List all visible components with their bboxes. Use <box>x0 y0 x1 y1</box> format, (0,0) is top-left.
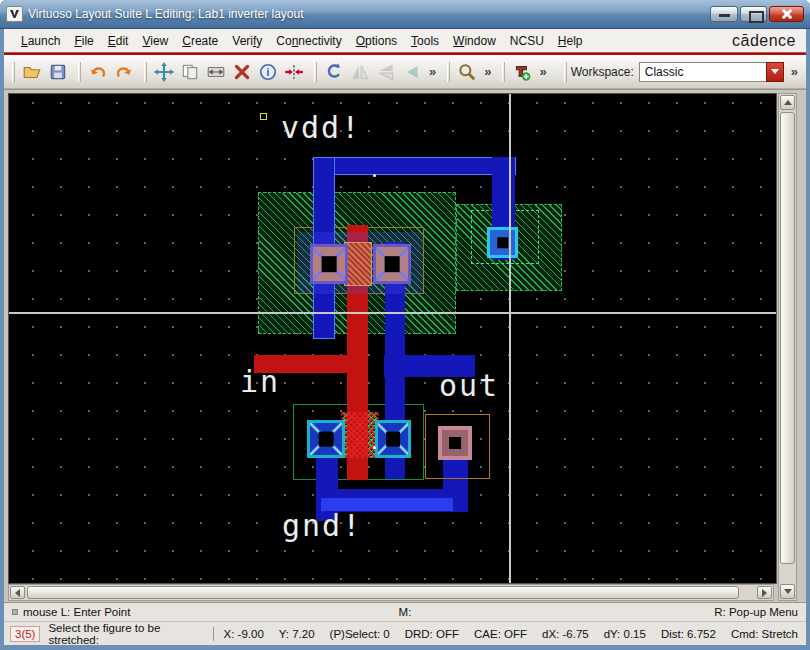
toolbar-overflow-chevron[interactable]: » <box>535 64 550 79</box>
mouse-left-hint: mouse L: Enter Point <box>23 606 130 618</box>
stretch-button[interactable] <box>203 59 229 85</box>
toolbar-overflow-chevron[interactable]: » <box>480 64 495 79</box>
menu-bar: LaunchFileEditViewCreateVerifyConnectivi… <box>4 29 806 52</box>
layout-shape-crosshair <box>9 312 777 314</box>
menu-item-connectivity[interactable]: Connectivity <box>269 31 348 51</box>
toolbar-group-undo <box>74 58 140 86</box>
menu-item-options[interactable]: Options <box>349 31 404 51</box>
back-button[interactable] <box>399 59 425 85</box>
layout-canvas[interactable]: vdd!inoutgnd! <box>8 93 777 584</box>
workspace-dropdown[interactable]: Classic <box>639 62 767 82</box>
layout-shape-metal1[interactable] <box>313 157 516 175</box>
rotate-button[interactable] <box>321 59 347 85</box>
mouse-right-hint: R: Pop-up Menu <box>714 606 798 618</box>
layout-shape-contact-p[interactable] <box>373 244 411 284</box>
stretch-icon <box>206 62 226 82</box>
split-button[interactable] <box>281 59 307 85</box>
layout-shape-poly-gate-n[interactable] <box>341 412 379 458</box>
toolbar-group-edit: i <box>140 58 310 86</box>
flip-vertical-button[interactable] <box>373 59 399 85</box>
maximize-button[interactable] <box>740 6 767 22</box>
back-arrow-icon <box>402 62 422 82</box>
status-field-dist: Dist: 6.752 <box>661 628 716 640</box>
down-arrow-icon <box>784 589 792 598</box>
menu-item-view[interactable]: View <box>135 31 175 51</box>
layout-shape-contact-p[interactable] <box>310 244 348 284</box>
create-via-button[interactable] <box>509 59 535 85</box>
zoom-button[interactable] <box>454 59 480 85</box>
layout-shape-crosshair <box>509 94 511 584</box>
toolbar-grip[interactable] <box>564 62 567 82</box>
redo-button[interactable] <box>111 59 137 85</box>
status-field-drd: DRD: OFF <box>405 628 459 640</box>
menu-item-file[interactable]: File <box>67 31 100 51</box>
flip-horizontal-button[interactable] <box>347 59 373 85</box>
net-label-vdd[interactable]: vdd! <box>281 110 361 145</box>
copy-button[interactable] <box>177 59 203 85</box>
horizontal-scroll-thumb[interactable] <box>27 586 739 599</box>
layout-shape-contact-n[interactable] <box>307 420 345 458</box>
layout-shape-contact-ptap[interactable] <box>438 426 472 460</box>
toolbar: i » » » Workspace: Classic <box>4 55 806 89</box>
toolbar-group-transform: » <box>310 58 443 86</box>
layout-shape-contact-n[interactable] <box>375 420 411 458</box>
menu-item-tools[interactable]: Tools <box>404 31 446 51</box>
layout-shape-contact-tap[interactable] <box>487 227 518 258</box>
status-grip <box>12 609 18 615</box>
scroll-up-button[interactable] <box>780 95 795 110</box>
menu-item-create[interactable]: Create <box>175 31 225 51</box>
toolbar-grip[interactable] <box>447 62 450 82</box>
scroll-down-button[interactable] <box>780 584 795 599</box>
scroll-right-button[interactable] <box>757 586 772 599</box>
menu-item-verify[interactable]: Verify <box>225 31 269 51</box>
zoom-icon <box>457 62 477 82</box>
vertical-scrollbar[interactable] <box>778 93 797 601</box>
undo-button[interactable] <box>85 59 111 85</box>
menu-item-launch[interactable]: Launch <box>14 31 67 51</box>
svg-text:i: i <box>267 66 270 77</box>
work-area: vdd!inoutgnd! <box>4 89 806 602</box>
menu-item-help[interactable]: Help <box>551 31 590 51</box>
virtuoso-app-icon <box>6 6 23 22</box>
save-button[interactable] <box>45 59 71 85</box>
toolbar-overflow-chevron[interactable]: » <box>787 64 802 79</box>
menu-item-edit[interactable]: Edit <box>101 31 136 51</box>
open-button[interactable] <box>19 59 45 85</box>
toolbar-group-zoom: » <box>443 58 498 86</box>
dropdown-arrow-icon[interactable] <box>766 62 784 82</box>
status-field-y: Y: 7.20 <box>279 628 315 640</box>
toolbar-grip[interactable] <box>502 62 505 82</box>
net-label-gnd[interactable]: gnd! <box>282 508 362 543</box>
toolbar-grip[interactable] <box>144 62 147 82</box>
net-label-out[interactable]: out <box>439 368 499 403</box>
delete-icon <box>232 62 252 82</box>
horizontal-scrollbar[interactable] <box>8 584 774 601</box>
create-via-icon <box>512 62 532 82</box>
flip-vertical-icon <box>376 62 396 82</box>
move-button[interactable] <box>151 59 177 85</box>
workspace-label: Workspace: <box>571 65 634 79</box>
title-bar[interactable]: Virtuoso Layout Suite L Editing: Lab1 in… <box>0 0 810 29</box>
close-button[interactable] <box>769 6 804 22</box>
minimize-button[interactable] <box>710 6 738 22</box>
properties-button[interactable]: i <box>255 59 281 85</box>
toolbar-overflow-chevron[interactable]: » <box>425 64 440 79</box>
vertical-scroll-thumb[interactable] <box>780 112 795 564</box>
toolbar-grip[interactable] <box>78 62 81 82</box>
copy-icon <box>180 62 200 82</box>
layout-shape-marker-yellow[interactable] <box>260 113 267 120</box>
layout-shape-dot-white <box>373 446 376 449</box>
menu-item-ncsu[interactable]: NCSU <box>503 31 551 51</box>
properties-icon: i <box>258 62 278 82</box>
toolbar-grip[interactable] <box>314 62 317 82</box>
menu-item-window[interactable]: Window <box>446 31 503 51</box>
status-field-pselect: (P)Select: 0 <box>330 628 390 640</box>
mouse-middle-hint: M: <box>399 606 412 618</box>
toolbar-grip[interactable] <box>12 62 15 82</box>
scroll-left-button[interactable] <box>10 586 25 599</box>
net-label-in[interactable]: in <box>240 364 280 399</box>
delete-button[interactable] <box>229 59 255 85</box>
up-arrow-icon <box>784 96 792 105</box>
toolbar-group-file <box>8 58 74 86</box>
toolbar-group-create: » <box>498 58 553 86</box>
